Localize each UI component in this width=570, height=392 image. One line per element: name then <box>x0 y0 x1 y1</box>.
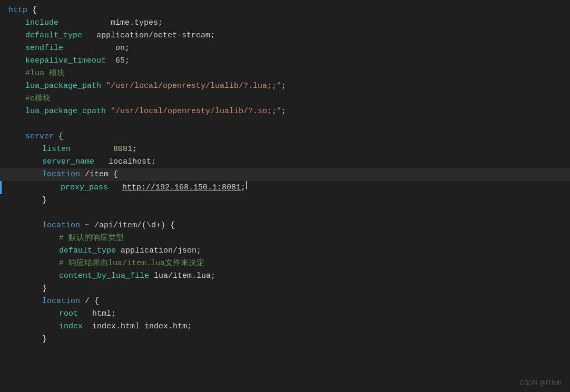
directive-default-type: default_type <box>25 29 82 42</box>
code-line-7: lua_package_path "/usr/local/openresty/l… <box>0 80 570 93</box>
string-lua-cpath-value: "/usr/local/openresty/lualib/?.so;;" <box>111 105 281 118</box>
code-line-26: index index.html index.htm; <box>0 320 570 333</box>
keyword-location-api: location <box>42 219 80 232</box>
directive-proxy-pass: proxy_pass <box>61 182 108 194</box>
code-line-5: keepalive_timeout 65; <box>0 55 570 67</box>
directive-index: index <box>59 320 83 333</box>
proxy-url: http://192.168.150.1:8081 <box>122 182 241 194</box>
directive-root: root <box>59 308 78 320</box>
code-line-17 <box>0 207 570 219</box>
code-line-12: listen 8081; <box>0 143 570 156</box>
directive-sendfile: sendfile <box>25 42 63 55</box>
code-line-22: content_by_lua_file lua/item.lua; <box>0 270 570 283</box>
directive-default-type-json: default_type <box>59 245 116 257</box>
text-cursor <box>246 181 247 189</box>
directive-lua-cpath: lua_package_cpath <box>25 105 106 118</box>
code-line-2: include mime.types; <box>0 17 570 29</box>
watermark: CSDN @ITfeib <box>519 378 562 388</box>
keyword-http: http <box>8 4 27 17</box>
code-line-16: } <box>0 194 570 207</box>
keyword-location-item: location <box>42 168 80 181</box>
code-line-10 <box>0 118 570 130</box>
comment-lua-file: # 响应结果由lua/item.lua文件来决定 <box>59 257 204 270</box>
directive-content-by-lua: content_by_lua_file <box>59 270 149 283</box>
code-editor: http { include mime.types; default_type … <box>0 0 570 392</box>
code-line-4: sendfile on; <box>0 42 570 55</box>
code-line-6: #lua 模块 <box>0 67 570 80</box>
code-line-23: } <box>0 283 570 295</box>
code-line-11: server { <box>0 130 570 143</box>
code-line-25: root html; <box>0 308 570 320</box>
comment-default-type: # 默认的响应类型 <box>59 232 124 245</box>
code-line-9: lua_package_cpath "/usr/local/openresty/… <box>0 105 570 118</box>
code-line-8: #c模块 <box>0 93 570 105</box>
code-line-27: } <box>0 333 570 346</box>
code-line-14: location /item { <box>0 168 570 181</box>
code-line-15: proxy_pass http://192.168.150.1:8081; <box>0 181 570 194</box>
code-line-21: # 响应结果由lua/item.lua文件来决定 <box>0 257 570 270</box>
code-line-19: # 默认的响应类型 <box>0 232 570 245</box>
directive-keepalive: keepalive_timeout <box>25 55 106 67</box>
directive-listen: listen <box>42 143 71 156</box>
keyword-server: server <box>25 130 54 143</box>
string-lua-path-value: "/usr/local/openresty/lualib/?.lua;;" <box>106 80 281 93</box>
code-line-1: http { <box>0 4 570 17</box>
comment-c: #c模块 <box>25 93 51 105</box>
directive-server-name: server_name <box>42 156 94 168</box>
comment-lua: #lua 模块 <box>25 67 65 80</box>
code-line-13: server_name localhost; <box>0 156 570 168</box>
code-line-20: default_type application/json; <box>0 245 570 257</box>
directive-include: include <box>25 17 58 29</box>
code-line-18: location ~ /api/item/(\d+) { <box>0 219 570 232</box>
directive-lua-path: lua_package_path <box>25 80 101 93</box>
keyword-location-root: location <box>42 295 80 308</box>
code-line-24: location / { <box>0 295 570 308</box>
code-line-3: default_type application/octet-stream; <box>0 29 570 42</box>
